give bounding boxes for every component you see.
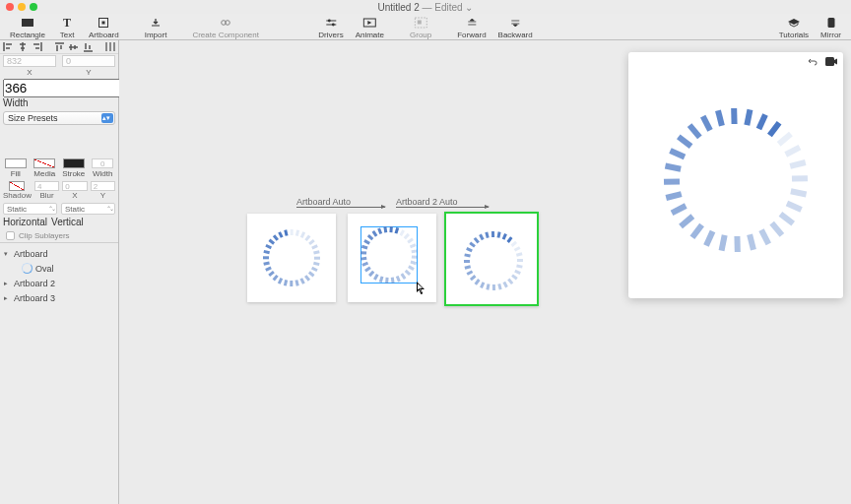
svg-rect-9: [418, 21, 422, 25]
vertical-constraint-select[interactable]: Static: [61, 203, 115, 215]
import-button[interactable]: Import: [139, 14, 173, 39]
clip-sublayers-checkbox[interactable]: [6, 231, 15, 240]
tutorials-icon: [784, 16, 804, 30]
cursor-icon: [417, 282, 426, 295]
distribute-button[interactable]: [103, 41, 116, 52]
shadow-swatch[interactable]: [9, 181, 25, 191]
tutorials-button[interactable]: Tutorials: [773, 14, 815, 39]
rectangle-tool[interactable]: Rectangle: [4, 14, 51, 39]
media-swatch[interactable]: [33, 158, 55, 168]
mirror-icon: [821, 16, 841, 30]
forward-icon: [462, 16, 482, 30]
svg-rect-2: [102, 22, 105, 25]
transition-arrow-2: [396, 207, 489, 208]
mirror-button[interactable]: Mirror: [815, 14, 847, 39]
svg-rect-10: [827, 18, 834, 28]
align-top-button[interactable]: [53, 41, 66, 52]
y-field[interactable]: [62, 55, 115, 67]
drivers-icon: [321, 16, 341, 30]
backward-button[interactable]: Backward: [492, 14, 539, 39]
align-row: [0, 40, 118, 54]
align-bottom-button[interactable]: [82, 41, 95, 52]
align-vcenter-button[interactable]: [67, 41, 80, 52]
document-status: Edited: [434, 2, 462, 13]
group-icon: [411, 16, 430, 30]
svg-point-5: [328, 20, 331, 23]
x-field[interactable]: [3, 55, 56, 67]
artboard-tool[interactable]: Artboard: [83, 14, 125, 39]
undo-icon[interactable]: [806, 56, 818, 66]
transition-label-1: Artboard Auto: [296, 197, 351, 207]
blur-field[interactable]: 4: [34, 181, 59, 191]
layer-artboard-3[interactable]: ▸Artboard 3: [0, 290, 118, 305]
animate-icon: [360, 16, 379, 30]
layers-panel: ▾Artboard Oval ▸Artboard 2 ▸Artboard 3: [0, 242, 118, 504]
preview-panel: [628, 52, 843, 298]
component-icon: [216, 16, 235, 30]
svg-point-6: [332, 24, 335, 27]
toolbar: Rectangle T Text Artboard Import Create …: [0, 14, 851, 40]
create-component-button[interactable]: Create Component: [186, 14, 265, 39]
document-name: Untitled 2: [378, 2, 420, 13]
forward-button[interactable]: Forward: [451, 14, 491, 39]
shadow-y-field[interactable]: 2: [91, 181, 115, 191]
text-tool[interactable]: T Text: [51, 14, 83, 39]
maximize-window-button[interactable]: [30, 3, 37, 11]
horizontal-constraint-select[interactable]: Static: [3, 203, 57, 215]
close-window-button[interactable]: [6, 3, 14, 11]
layer-artboard-2[interactable]: ▸Artboard 2: [0, 276, 118, 290]
transition-arrow-1: [296, 207, 385, 208]
drivers-button[interactable]: Drivers: [312, 14, 349, 39]
svg-rect-0: [22, 19, 33, 27]
canvas[interactable]: Artboard Auto Artboard 2 Auto: [119, 40, 851, 504]
shadow-x-field[interactable]: 0: [62, 181, 87, 191]
artboard-3-selected[interactable]: [444, 212, 539, 306]
titlebar: Untitled 2 — Edited ⌄: [0, 0, 851, 14]
stroke-width-field[interactable]: 0: [92, 158, 113, 168]
record-icon[interactable]: [825, 56, 837, 66]
window-controls: [0, 3, 37, 11]
animate-button[interactable]: Animate: [350, 14, 390, 39]
align-left-button[interactable]: [2, 41, 15, 52]
text-icon: T: [57, 16, 77, 30]
inspector-panel: X Y Width ⚭ Height Size Presets▴▾ Fill M…: [0, 40, 119, 504]
stroke-swatch[interactable]: [63, 158, 85, 168]
align-hcenter-button[interactable]: [17, 41, 30, 52]
clip-sublayers-label: Clip Sublayers: [19, 231, 70, 240]
window-title: Untitled 2 — Edited ⌄: [0, 2, 851, 13]
svg-rect-11: [825, 57, 834, 66]
align-right-button[interactable]: [31, 41, 43, 52]
layer-artboard-1[interactable]: ▾Artboard: [0, 246, 118, 261]
fill-swatch[interactable]: [5, 158, 27, 168]
oval-icon: [22, 263, 33, 274]
group-button[interactable]: Group: [404, 14, 437, 39]
layer-oval[interactable]: Oval: [0, 261, 118, 276]
minimize-window-button[interactable]: [18, 3, 26, 11]
size-presets-select[interactable]: Size Presets▴▾: [3, 111, 115, 125]
artboard-1[interactable]: [247, 214, 336, 302]
rectangle-icon: [18, 16, 37, 30]
artboard-icon: [94, 16, 113, 30]
backward-icon: [505, 16, 525, 30]
transition-label-2: Artboard 2 Auto: [396, 197, 458, 207]
import-icon: [146, 16, 165, 30]
